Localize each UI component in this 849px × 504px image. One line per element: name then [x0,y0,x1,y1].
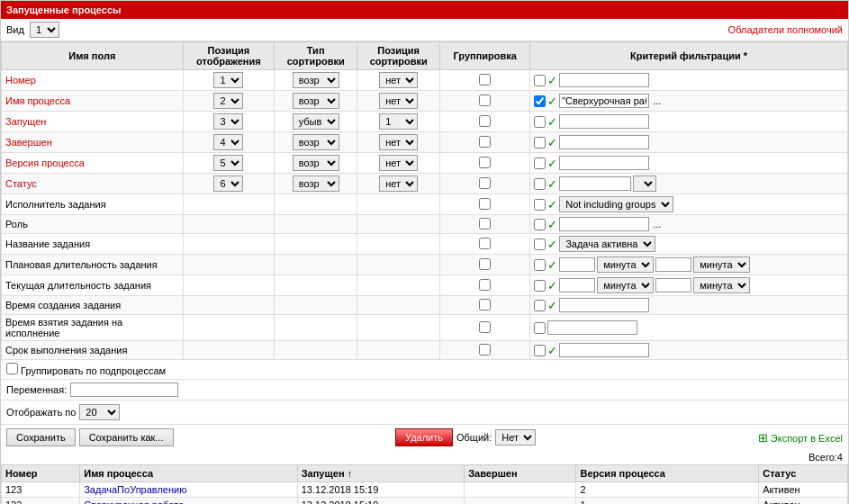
filter-cell: ✓Not including groups [530,194,848,215]
filter-enable-checkbox[interactable] [534,345,546,356]
filter-table: Имя поля Позиция отображения Тип сортиро… [1,41,848,360]
excel-link[interactable]: ⊞ Экспорт в Excel [758,431,843,445]
filter-text-input[interactable] [547,320,637,335]
display-per-select[interactable]: 20 50 100 [79,404,120,420]
filter-text-input[interactable] [559,94,649,108]
filter-enable-checkbox[interactable] [534,137,546,148]
filter-enable-checkbox[interactable] [534,95,546,107]
display-pos-select[interactable]: 12345678 [213,176,243,192]
sort-pos-select[interactable]: нет123456 [379,72,418,88]
filter-text-input[interactable] [559,217,649,231]
filter-dropdown[interactable] [633,176,656,192]
filter-enable-checkbox[interactable] [534,300,546,311]
sort-type-select[interactable]: возрубыв [293,134,339,150]
grouping-checkbox[interactable] [479,136,491,148]
duration-to-unit[interactable]: минута [693,277,750,293]
grouping-checkbox[interactable] [479,115,491,127]
filter-text-input[interactable] [559,343,649,357]
save-as-button[interactable]: Сохранить как... [79,428,174,446]
field-name-label: Запущен [5,116,46,127]
bottom-toolbar: Сохранить Сохранить как... Удалить Общий… [1,424,848,450]
sort-pos-select[interactable]: нет123456 [379,134,418,150]
grouping-checkbox[interactable] [479,344,491,356]
filter-text-input[interactable] [559,176,631,191]
sort-type-select[interactable]: возрубыв [293,113,339,130]
duration-from-unit[interactable]: минута [597,277,654,293]
filter-dots-button[interactable]: ... [653,95,661,106]
result-cell: 2 [576,482,759,498]
filter-enable-checkbox[interactable] [534,322,546,334]
duration-from-input[interactable] [559,257,595,272]
filter-enable-checkbox[interactable] [534,259,546,271]
display-pos-select[interactable]: 12345678 [213,72,243,88]
filter-enable-checkbox[interactable] [534,219,546,230]
display-pos-select[interactable]: 12345678 [213,93,243,109]
display-pos-select[interactable]: 12345678 [213,113,243,130]
grouping-checkbox[interactable] [479,94,491,106]
filter-text-input[interactable] [559,73,649,87]
display-pos-select[interactable]: 12345678 [213,155,243,171]
grouping-checkbox[interactable] [479,238,491,249]
owner-link[interactable]: Обладатели полномочий [728,24,843,35]
result-row: 122Сверхурочная работа13.12.2018 15:191А… [2,498,848,505]
sort-pos-cell [357,255,440,275]
task-status-select[interactable]: Задача активна [559,236,655,252]
grouping-checkbox[interactable] [479,258,491,270]
sort-type-select[interactable]: возрубыв [293,72,339,88]
field-name-label: Время создания задания [5,300,121,310]
grouping-checkbox[interactable] [479,299,491,310]
filter-enable-checkbox[interactable] [534,158,546,169]
filter-enable-checkbox[interactable] [534,238,546,250]
sort-type-select[interactable]: возрубыв [293,176,339,192]
duration-to-unit[interactable]: минута [693,256,750,273]
filter-row: Номер12345678возрубывнет123456✓ [2,70,848,91]
filter-cell: ✓ [530,296,848,315]
result-cell: Активен [759,482,848,498]
group-subprocess-checkbox[interactable] [6,363,18,374]
duration-from-unit[interactable]: минута [597,256,654,273]
field-name-cell: Срок выполнения задания [2,341,184,360]
result-cell [465,482,576,498]
save-button[interactable]: Сохранить [6,428,76,446]
result-cell[interactable]: ЗадачаПоУправлению [80,482,298,498]
not-including-select[interactable]: Not including groups [559,196,673,212]
sort-pos-select[interactable]: нет123456 [379,155,418,171]
sort-pos-select[interactable]: нет123456 [379,176,418,192]
common-select[interactable]: Нет Да [495,429,536,446]
duration-to-input[interactable] [655,257,691,272]
duration-from-input[interactable] [559,278,595,292]
filter-dots-button[interactable]: ... [653,219,661,230]
filter-text-input[interactable] [559,114,649,129]
duration-to-input[interactable] [655,278,691,292]
filter-text-input[interactable] [559,298,649,312]
grouping-cell [440,194,530,215]
sort-pos-select[interactable]: нет123456 [379,93,418,109]
result-cell[interactable]: Сверхурочная работа [80,498,298,505]
display-pos-select[interactable]: 12345678 [213,134,243,150]
filter-text-input[interactable] [559,135,649,149]
filter-enable-checkbox[interactable] [534,178,546,190]
filter-enable-checkbox[interactable] [534,280,546,292]
view-select[interactable]: 1 2 [30,22,59,38]
sort-pos-select[interactable]: нет123456 [379,113,418,130]
filter-enable-checkbox[interactable] [534,75,546,86]
variable-input[interactable] [70,382,178,397]
filter-check-icon: ✓ [547,218,557,231]
grouping-checkbox[interactable] [479,74,491,86]
grouping-checkbox[interactable] [479,321,491,333]
filter-row: Время взятия задания на исполнение [2,315,848,341]
grouping-checkbox[interactable] [479,198,491,210]
result-table: НомерИмя процессаЗапущен ↑ЗавершенВерсия… [1,464,848,504]
grouping-checkbox[interactable] [479,279,491,291]
grouping-checkbox[interactable] [479,177,491,189]
display-pos-cell: 12345678 [183,91,275,112]
grouping-checkbox[interactable] [479,218,491,230]
sort-type-select[interactable]: возрубыв [293,155,339,171]
filter-text-input[interactable] [559,156,649,170]
sort-type-select[interactable]: возрубыв [293,93,339,109]
filter-enable-checkbox[interactable] [534,116,546,128]
delete-button[interactable]: Удалить [395,428,453,446]
filter-cell: ✓ [530,70,848,91]
filter-enable-checkbox[interactable] [534,199,546,211]
grouping-checkbox[interactable] [479,157,491,168]
